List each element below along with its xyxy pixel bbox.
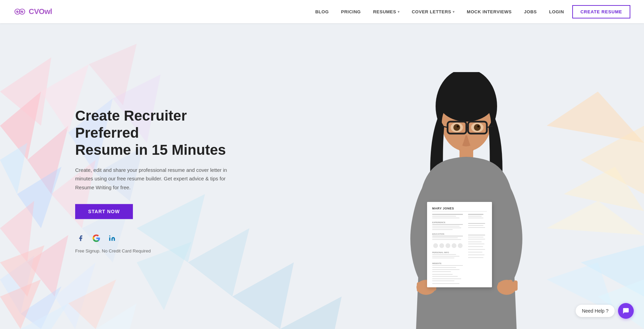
svg-rect-115 (432, 278, 461, 279)
chat-widget: Need Help ? (576, 303, 634, 319)
nav-item-blog[interactable]: BLOG (315, 9, 329, 15)
svg-rect-74 (468, 214, 483, 215)
svg-rect-95 (432, 254, 456, 255)
svg-text:EDUCATION: EDUCATION (432, 233, 444, 235)
svg-rect-88 (432, 239, 461, 240)
svg-rect-76 (468, 218, 483, 218)
svg-rect-117 (432, 283, 460, 284)
svg-rect-114 (432, 276, 458, 277)
svg-text:EXPERIENCE: EXPERIENCE (432, 221, 446, 223)
svg-rect-67 (513, 280, 518, 291)
need-help-bubble: Need Help ? (576, 305, 615, 317)
svg-rect-64 (498, 282, 502, 292)
svg-point-4 (18, 11, 19, 12)
svg-rect-96 (432, 256, 460, 257)
svg-rect-101 (468, 242, 482, 242)
svg-rect-109 (432, 265, 463, 266)
svg-rect-103 (468, 246, 483, 247)
social-login-icons (75, 233, 239, 244)
svg-rect-112 (432, 271, 451, 272)
svg-point-56 (477, 125, 479, 127)
svg-rect-59 (417, 282, 421, 292)
svg-point-5 (22, 11, 23, 12)
svg-rect-110 (432, 267, 456, 268)
free-signup-text: Free Signup. No Credit Card Required (75, 248, 239, 253)
svg-rect-87 (432, 237, 458, 238)
svg-point-53 (453, 124, 460, 131)
svg-point-93 (458, 243, 463, 248)
logo[interactable]: CVOwl (14, 7, 52, 16)
hero-section: Create Recruiter Preferred Resume in 15 … (0, 23, 644, 329)
svg-point-90 (439, 243, 444, 248)
chevron-down-icon: ▾ (453, 10, 455, 14)
svg-point-45 (437, 77, 495, 122)
navbar: CVOwl BLOG PRICING RESUMES ▾ COVER LETTE… (0, 0, 644, 23)
svg-rect-65 (503, 280, 507, 291)
logo-svg (14, 8, 26, 16)
hero-headline: Create Recruiter Preferred Resume in 15 … (75, 107, 239, 159)
svg-point-55 (457, 125, 459, 127)
nav-item-mock-interviews[interactable]: MOCK INTERVIEWS (467, 9, 512, 15)
svg-text:PERSONAL INFO: PERSONAL INFO (432, 251, 449, 253)
nav-item-cover-letters[interactable]: COVER LETTERS ▾ (412, 9, 454, 14)
hero-description: Create, edit and share your professional… (75, 166, 239, 192)
google-icon[interactable] (91, 233, 102, 244)
svg-rect-81 (432, 229, 453, 230)
svg-rect-99 (468, 237, 483, 237)
svg-rect-107 (468, 257, 483, 258)
svg-rect-113 (432, 274, 453, 275)
svg-rect-105 (468, 252, 482, 252)
svg-rect-86 (432, 236, 463, 236)
svg-rect-60 (422, 280, 426, 291)
chat-icon (622, 307, 630, 315)
svg-rect-80 (432, 228, 461, 228)
svg-rect-78 (432, 224, 463, 225)
nav-item-resumes[interactable]: RESUMES ▾ (373, 9, 399, 14)
hero-content: Create Recruiter Preferred Resume in 15 … (75, 107, 239, 254)
svg-rect-106 (468, 255, 484, 255)
nav-item-jobs[interactable]: JOBS (524, 9, 537, 15)
svg-rect-100 (468, 239, 485, 239)
svg-rect-102 (468, 244, 484, 244)
svg-text:WEBSITE: WEBSITE (432, 262, 441, 264)
nav-links: BLOG PRICING RESUMES ▾ COVER LETTERS ▾ M… (315, 9, 564, 15)
svg-rect-83 (468, 225, 483, 226)
person-svg: MARY JONES EXPERIENCE EDUCATION (388, 72, 545, 329)
svg-rect-75 (468, 216, 482, 217)
svg-rect-72 (432, 216, 456, 217)
svg-rect-97 (432, 258, 454, 258)
create-resume-button[interactable]: CREATE RESUME (572, 5, 630, 18)
facebook-icon[interactable] (75, 233, 86, 244)
logo-text: CVOwl (29, 7, 52, 16)
svg-text:MARY JONES: MARY JONES (432, 207, 454, 210)
linkedin-icon[interactable] (107, 233, 118, 244)
svg-rect-79 (432, 226, 460, 227)
svg-point-42 (109, 235, 110, 236)
svg-rect-111 (432, 269, 460, 270)
hero-person-image: MARY JONES EXPERIENCE EDUCATION (384, 23, 548, 329)
svg-point-92 (452, 243, 456, 248)
start-now-button[interactable]: START NOW (75, 204, 133, 219)
svg-rect-98 (468, 235, 485, 235)
svg-rect-82 (468, 223, 485, 224)
svg-rect-84 (468, 227, 485, 228)
svg-rect-104 (468, 249, 485, 250)
svg-rect-116 (432, 280, 454, 281)
chat-button[interactable] (618, 303, 634, 319)
svg-rect-71 (432, 214, 463, 215)
svg-rect-66 (508, 280, 512, 291)
svg-point-89 (433, 243, 438, 248)
chevron-down-icon: ▾ (398, 10, 400, 14)
svg-point-91 (446, 243, 450, 248)
nav-item-login[interactable]: LOGIN (549, 9, 564, 15)
svg-rect-73 (432, 218, 460, 218)
svg-point-54 (474, 124, 481, 131)
nav-item-pricing[interactable]: PRICING (341, 9, 361, 15)
